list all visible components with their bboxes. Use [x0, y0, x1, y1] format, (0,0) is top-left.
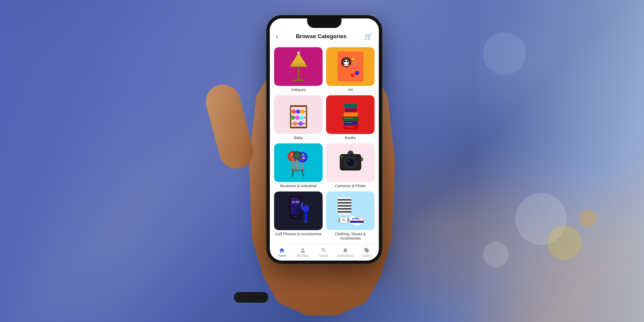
- svg-rect-21: [290, 105, 307, 107]
- svg-rect-94: [338, 218, 340, 222]
- svg-point-32: [293, 122, 297, 126]
- art-image: M O O: [326, 47, 374, 86]
- svg-rect-58: [301, 162, 304, 170]
- nav-search[interactable]: Search: [316, 247, 331, 257]
- books-svg: [335, 97, 365, 132]
- svg-rect-99: [350, 221, 364, 222]
- svg-point-9: [346, 61, 348, 62]
- baby-svg: [283, 97, 313, 132]
- category-antiques[interactable]: Antiques: [274, 47, 322, 92]
- business-svg: [283, 146, 313, 180]
- svg-rect-87: [337, 205, 351, 207]
- books-image: [326, 95, 374, 134]
- svg-text:M: M: [352, 57, 355, 61]
- nav-notifications[interactable]: Notifications: [337, 247, 353, 257]
- svg-rect-22: [290, 127, 307, 128]
- electronics-svg: 12:00: [283, 194, 313, 228]
- categories-content: Antiques: [270, 44, 379, 244]
- business-label: Business & Industrial: [280, 184, 316, 188]
- category-fashion[interactable]: Clothing, Shoes & Accessories: [326, 191, 374, 240]
- svg-rect-39: [344, 104, 357, 108]
- electronics-label: Cell Phones & Accessories: [275, 232, 322, 236]
- svg-point-29: [295, 115, 299, 120]
- svg-point-81: [302, 205, 309, 212]
- art-svg: M O O: [335, 49, 365, 84]
- svg-point-83: [304, 220, 307, 223]
- svg-rect-98: [351, 216, 354, 218]
- nav-myebay-label: My eBay: [297, 254, 309, 257]
- antiques-label: Antiques: [291, 88, 306, 92]
- back-button[interactable]: ‹: [276, 33, 278, 40]
- svg-rect-89: [337, 211, 351, 213]
- svg-rect-12: [346, 65, 347, 66]
- svg-marker-3: [292, 53, 305, 63]
- search-icon: [321, 247, 327, 253]
- svg-rect-34: [343, 125, 358, 129]
- fashion-label: Clothing, Shoes & Accessories: [326, 232, 374, 240]
- phone-screen: ‹ Browse Categories 🛒: [270, 18, 379, 261]
- category-electronics[interactable]: 12:00: [274, 191, 322, 240]
- svg-point-33: [298, 122, 303, 126]
- svg-point-57: [303, 157, 304, 159]
- svg-rect-88: [337, 208, 351, 210]
- svg-rect-11: [344, 65, 345, 66]
- svg-point-4: [297, 52, 300, 54]
- svg-rect-80: [294, 216, 297, 217]
- svg-rect-73: [360, 158, 363, 161]
- svg-rect-72: [348, 151, 352, 152]
- category-cameras[interactable]: Cameras & Photo: [326, 143, 374, 188]
- nav-notifications-label: Notifications: [337, 254, 353, 257]
- antiques-image: [274, 47, 322, 86]
- svg-rect-40: [345, 127, 353, 127]
- svg-rect-36: [342, 117, 358, 121]
- bottom-navigation: Home My eBay Search: [270, 244, 379, 261]
- svg-point-30: [299, 115, 304, 120]
- home-icon: [279, 247, 285, 253]
- category-art[interactable]: M O O Art: [326, 47, 374, 92]
- page-title: Browse Categories: [296, 33, 346, 39]
- svg-rect-100: [350, 222, 364, 223]
- category-books[interactable]: Books: [326, 95, 374, 140]
- category-business[interactable]: Business & Industrial: [274, 143, 322, 188]
- nav-myebay[interactable]: My eBay: [295, 247, 311, 257]
- nav-selling[interactable]: Selling: [359, 247, 374, 257]
- svg-point-28: [291, 115, 295, 120]
- svg-rect-37: [343, 112, 358, 116]
- fashion-svg: [335, 194, 365, 228]
- wristband: [234, 292, 268, 303]
- electronics-image: 12:00: [274, 191, 322, 230]
- svg-point-8: [344, 61, 346, 62]
- svg-rect-63: [295, 170, 299, 171]
- svg-text:O: O: [352, 66, 354, 70]
- svg-rect-85: [337, 199, 351, 200]
- svg-rect-51: [292, 160, 293, 162]
- phone-device: ‹ Browse Categories 🛒: [266, 15, 382, 264]
- nav-search-label: Search: [319, 254, 328, 257]
- svg-point-55: [302, 154, 304, 155]
- antiques-svg: [283, 49, 313, 84]
- cart-icon[interactable]: 🛒: [364, 32, 373, 40]
- svg-text:O: O: [353, 61, 356, 65]
- svg-rect-35: [344, 121, 358, 125]
- svg-rect-79: [291, 197, 300, 215]
- svg-point-18: [351, 73, 354, 77]
- svg-rect-1: [298, 67, 299, 79]
- bell-icon: [342, 247, 348, 253]
- svg-rect-62: [296, 160, 298, 170]
- nav-home[interactable]: Home: [274, 247, 290, 257]
- svg-point-45: [291, 154, 292, 155]
- svg-rect-2: [293, 79, 304, 81]
- thumb: [202, 81, 257, 173]
- svg-rect-20: [306, 106, 307, 128]
- svg-rect-13: [347, 65, 349, 66]
- svg-rect-38: [345, 108, 356, 112]
- books-label: Books: [345, 136, 355, 140]
- svg-point-24: [292, 109, 296, 114]
- svg-rect-41: [345, 122, 352, 123]
- nav-home-label: Home: [278, 254, 286, 257]
- svg-rect-50: [291, 169, 295, 171]
- category-baby[interactable]: Baby: [274, 95, 322, 140]
- svg-rect-49: [292, 161, 294, 170]
- svg-point-7: [343, 60, 349, 65]
- svg-point-74: [341, 156, 343, 158]
